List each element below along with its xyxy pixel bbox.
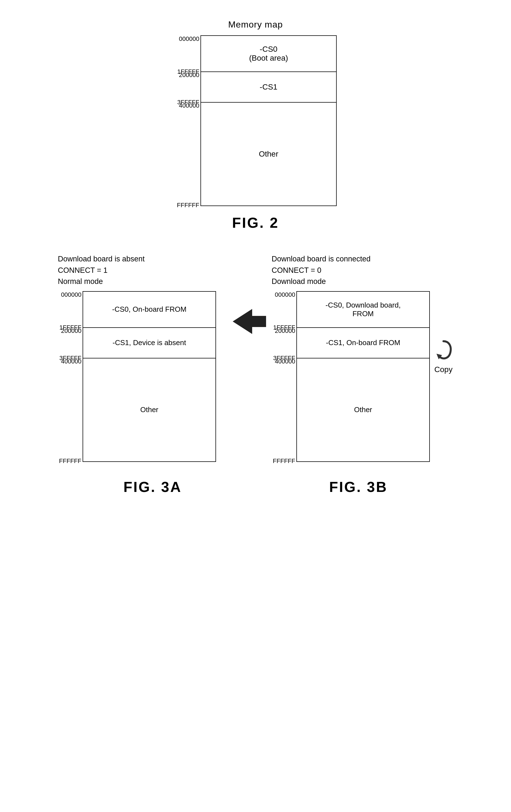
- fig3a-other-label: Other: [140, 405, 158, 414]
- fig3a-diagram: 000000 1FFFFF 200000 3FFFFF: [58, 291, 216, 462]
- fig3b-header: Download board is connected CONNECT = 0 …: [272, 253, 370, 287]
- fig3b-diagram: 000000 1FFFFF 200000 3FFFFF: [272, 291, 430, 462]
- fig2-label: FIG. 2: [232, 214, 279, 231]
- fig2-addr-400000: 400000: [179, 102, 199, 109]
- fig3b-header-line3: Download mode: [272, 277, 326, 286]
- fig3a-header-line2: CONNECT = 1: [58, 266, 108, 274]
- fig3a-block: Download board is absent CONNECT = 1 Nor…: [58, 253, 216, 462]
- fig3b-cs0-label: -CS0, Download board,FROM: [326, 301, 401, 318]
- fig3a-addr-FFFFFF: FFFFFF: [59, 458, 82, 465]
- fig3a-row-cs1: -CS1, Device is absent: [83, 328, 215, 358]
- fig3b-header-line2: CONNECT = 0: [272, 266, 321, 274]
- fig2-other-label: Other: [259, 150, 278, 158]
- left-arrow-icon: [233, 309, 266, 334]
- fig2-row-cs1: -CS1: [201, 72, 336, 103]
- fig2-addr-200000: 200000: [179, 71, 199, 79]
- fig3b-header-line1: Download board is connected: [272, 255, 370, 263]
- fig3a-label-block: FIG. 3A: [72, 470, 233, 495]
- fig2-addr-col: 000000 1FFFFF 200000 3FFFFF 400000: [174, 35, 199, 205]
- arrow-between-diagrams: [233, 253, 266, 334]
- fig3a-label: FIG. 3A: [123, 478, 182, 495]
- fig2-row-cs0: -CS0(Boot area): [201, 36, 336, 72]
- page: Memory map 000000 1FFFFF 200000 3FFFFF: [0, 0, 511, 812]
- fig3-diagrams: Download board is absent CONNECT = 1 Nor…: [0, 253, 511, 462]
- fig3a-addr-200000: 200000: [61, 327, 82, 335]
- fig3a-addr-400000: 400000: [61, 358, 82, 365]
- fig3b-addr-000000: 000000: [275, 291, 295, 298]
- fig3a-row-cs0: -CS0, On-board FROM: [83, 292, 215, 328]
- fig2-section: Memory map 000000 1FFFFF 200000 3FFFFF: [0, 11, 511, 231]
- fig3a-header-line1: Download board is absent: [58, 255, 145, 263]
- fig2-cs1-label: -CS1: [260, 83, 277, 91]
- fig3a-header: Download board is absent CONNECT = 1 Nor…: [58, 253, 145, 287]
- copy-arrow-icon: [434, 339, 453, 364]
- fig3b-row-cs1: -CS1, On-board FROM: [297, 328, 429, 358]
- fig2-addr-000000: 000000: [179, 35, 199, 42]
- fig3b-addr-FFFFFF: FFFFFF: [273, 458, 295, 465]
- fig3a-header-line3: Normal mode: [58, 277, 103, 286]
- fig3a-row-other: Other: [83, 358, 215, 461]
- fig3a-mem-box: -CS0, On-board FROM -CS1, Device is abse…: [83, 291, 216, 462]
- fig3b-mem-box: -CS0, Download board,FROM -CS1, On-board…: [296, 291, 430, 462]
- fig3b-row-other: Other: [297, 358, 429, 461]
- fig2-diagram: 000000 1FFFFF 200000 3FFFFF 400000: [174, 35, 337, 206]
- svg-marker-0: [233, 309, 266, 334]
- fig3a-cs0-label: -CS0, On-board FROM: [112, 305, 186, 314]
- copy-label: Copy: [434, 365, 452, 374]
- fig3b-addr-400000: 400000: [275, 358, 295, 365]
- fig3b-other-label: Other: [354, 405, 372, 414]
- fig2-mem-box: -CS0(Boot area) -CS1 Other: [201, 35, 337, 206]
- fig3a-cs1-label: -CS1, Device is absent: [113, 339, 186, 347]
- fig2-main-title: Memory map: [228, 20, 283, 30]
- fig3b-row-cs0: -CS0, Download board,FROM: [297, 292, 429, 328]
- fig3b-block: Download board is connected CONNECT = 0 …: [272, 253, 453, 462]
- fig2-cs0-label: -CS0(Boot area): [249, 45, 288, 63]
- fig3b-addr-200000: 200000: [275, 327, 295, 335]
- fig3b-label: FIG. 3B: [329, 478, 388, 495]
- copy-area: Copy: [434, 291, 453, 374]
- fig3-labels-row: FIG. 3A FIG. 3B: [0, 470, 511, 495]
- fig2-addr-FFFFFF: FFFFFF: [177, 202, 199, 209]
- fig3-section: Download board is absent CONNECT = 1 Nor…: [0, 253, 511, 495]
- fig3a-addr-000000: 000000: [61, 291, 82, 298]
- fig3b-cs1-label: -CS1, On-board FROM: [326, 339, 400, 347]
- fig2-row-other: Other: [201, 103, 336, 205]
- fig3b-label-block: FIG. 3B: [278, 470, 439, 495]
